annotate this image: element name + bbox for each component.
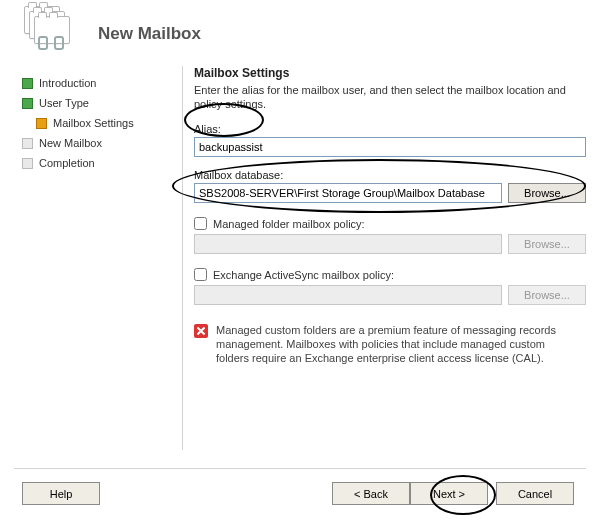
- help-button[interactable]: Help: [22, 482, 100, 505]
- managed-folder-policy-label: Managed folder mailbox policy:: [213, 218, 365, 230]
- step-new-mailbox: New Mailbox: [22, 134, 172, 152]
- step-user-type: User Type: [22, 94, 172, 112]
- current-step-icon: [36, 118, 47, 129]
- browse-folder-policy-button: Browse...: [508, 234, 586, 254]
- check-icon: [22, 78, 33, 89]
- alias-input[interactable]: [194, 137, 586, 157]
- managed-folder-policy-input: [194, 234, 502, 254]
- pending-step-icon: [22, 158, 33, 169]
- step-completion: Completion: [22, 154, 172, 172]
- next-button[interactable]: Next >: [410, 482, 488, 505]
- wizard-steps: Introduction User Type Mailbox Settings …: [22, 74, 172, 174]
- check-icon: [22, 98, 33, 109]
- back-button[interactable]: < Back: [332, 482, 410, 505]
- alias-label: Alias:: [194, 123, 586, 135]
- step-label: Completion: [39, 157, 95, 169]
- mailbox-database-input[interactable]: [194, 183, 502, 203]
- cancel-button[interactable]: Cancel: [496, 482, 574, 505]
- step-label: Mailbox Settings: [53, 117, 134, 129]
- pending-step-icon: [22, 138, 33, 149]
- page-title: New Mailbox: [98, 24, 201, 44]
- activesync-policy-label: Exchange ActiveSync mailbox policy:: [213, 269, 394, 281]
- section-heading: Mailbox Settings: [194, 66, 586, 80]
- warning-icon: [194, 324, 208, 338]
- step-label: New Mailbox: [39, 137, 102, 149]
- browse-activesync-button: Browse...: [508, 285, 586, 305]
- step-label: Introduction: [39, 77, 96, 89]
- mailbox-database-label: Mailbox database:: [194, 169, 586, 181]
- step-label: User Type: [39, 97, 89, 109]
- browse-database-button[interactable]: Browse...: [508, 183, 586, 203]
- premium-note: Managed custom folders are a premium fea…: [216, 323, 580, 365]
- divider: [182, 66, 183, 450]
- divider: [14, 468, 586, 469]
- activesync-policy-checkbox[interactable]: [194, 268, 207, 281]
- managed-folder-policy-checkbox[interactable]: [194, 217, 207, 230]
- wizard-header: New Mailbox: [4, 2, 596, 62]
- activesync-policy-input: [194, 285, 502, 305]
- step-mailbox-settings: Mailbox Settings: [36, 114, 172, 132]
- step-introduction: Introduction: [22, 74, 172, 92]
- section-intro: Enter the alias for the mailbox user, an…: [194, 83, 586, 111]
- mailbox-icon: [24, 6, 72, 50]
